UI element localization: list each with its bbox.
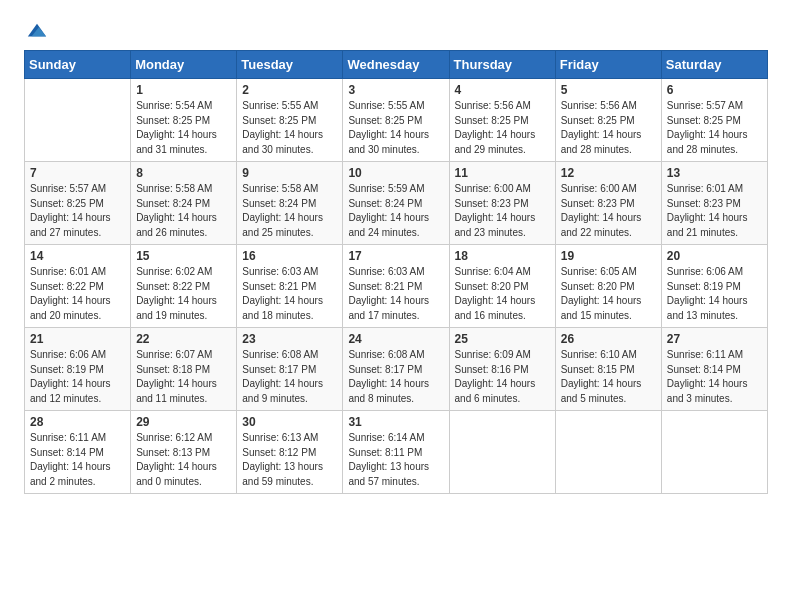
day-info: Sunrise: 5:57 AM Sunset: 8:25 PM Dayligh… <box>30 182 125 240</box>
daylight-text: Daylight: 14 hours and 21 minutes. <box>667 212 748 238</box>
sunrise-text: Sunrise: 6:01 AM <box>667 183 743 194</box>
sunrise-text: Sunrise: 6:04 AM <box>455 266 531 277</box>
calendar-cell: 31 Sunrise: 6:14 AM Sunset: 8:11 PM Dayl… <box>343 411 449 494</box>
sunset-text: Sunset: 8:25 PM <box>30 198 104 209</box>
day-info: Sunrise: 5:55 AM Sunset: 8:25 PM Dayligh… <box>242 99 337 157</box>
day-number: 1 <box>136 83 231 97</box>
day-number: 21 <box>30 332 125 346</box>
sunrise-text: Sunrise: 6:01 AM <box>30 266 106 277</box>
calendar-cell: 8 Sunrise: 5:58 AM Sunset: 8:24 PM Dayli… <box>131 162 237 245</box>
sunrise-text: Sunrise: 6:03 AM <box>348 266 424 277</box>
day-info: Sunrise: 5:58 AM Sunset: 8:24 PM Dayligh… <box>242 182 337 240</box>
day-number: 13 <box>667 166 762 180</box>
day-number: 17 <box>348 249 443 263</box>
daylight-text: Daylight: 13 hours and 59 minutes. <box>242 461 323 487</box>
calendar-cell: 3 Sunrise: 5:55 AM Sunset: 8:25 PM Dayli… <box>343 79 449 162</box>
calendar-cell: 17 Sunrise: 6:03 AM Sunset: 8:21 PM Dayl… <box>343 245 449 328</box>
calendar-cell: 11 Sunrise: 6:00 AM Sunset: 8:23 PM Dayl… <box>449 162 555 245</box>
calendar-table: SundayMondayTuesdayWednesdayThursdayFrid… <box>24 50 768 494</box>
calendar-cell: 23 Sunrise: 6:08 AM Sunset: 8:17 PM Dayl… <box>237 328 343 411</box>
day-info: Sunrise: 6:13 AM Sunset: 8:12 PM Dayligh… <box>242 431 337 489</box>
calendar-cell: 10 Sunrise: 5:59 AM Sunset: 8:24 PM Dayl… <box>343 162 449 245</box>
sunrise-text: Sunrise: 6:13 AM <box>242 432 318 443</box>
day-info: Sunrise: 6:01 AM Sunset: 8:22 PM Dayligh… <box>30 265 125 323</box>
day-number: 14 <box>30 249 125 263</box>
day-number: 20 <box>667 249 762 263</box>
sunrise-text: Sunrise: 6:05 AM <box>561 266 637 277</box>
day-info: Sunrise: 6:10 AM Sunset: 8:15 PM Dayligh… <box>561 348 656 406</box>
logo <box>24 20 48 42</box>
calendar-cell: 30 Sunrise: 6:13 AM Sunset: 8:12 PM Dayl… <box>237 411 343 494</box>
daylight-text: Daylight: 14 hours and 28 minutes. <box>667 129 748 155</box>
sunset-text: Sunset: 8:23 PM <box>455 198 529 209</box>
calendar-cell: 27 Sunrise: 6:11 AM Sunset: 8:14 PM Dayl… <box>661 328 767 411</box>
daylight-text: Daylight: 14 hours and 26 minutes. <box>136 212 217 238</box>
sunrise-text: Sunrise: 6:12 AM <box>136 432 212 443</box>
sunset-text: Sunset: 8:25 PM <box>561 115 635 126</box>
day-info: Sunrise: 6:08 AM Sunset: 8:17 PM Dayligh… <box>242 348 337 406</box>
weekday-header-saturday: Saturday <box>661 51 767 79</box>
daylight-text: Daylight: 14 hours and 31 minutes. <box>136 129 217 155</box>
daylight-text: Daylight: 14 hours and 30 minutes. <box>348 129 429 155</box>
calendar-cell <box>555 411 661 494</box>
day-number: 23 <box>242 332 337 346</box>
calendar-cell: 25 Sunrise: 6:09 AM Sunset: 8:16 PM Dayl… <box>449 328 555 411</box>
calendar-cell: 7 Sunrise: 5:57 AM Sunset: 8:25 PM Dayli… <box>25 162 131 245</box>
day-number: 25 <box>455 332 550 346</box>
calendar-cell: 29 Sunrise: 6:12 AM Sunset: 8:13 PM Dayl… <box>131 411 237 494</box>
day-info: Sunrise: 6:09 AM Sunset: 8:16 PM Dayligh… <box>455 348 550 406</box>
sunset-text: Sunset: 8:20 PM <box>455 281 529 292</box>
sunrise-text: Sunrise: 6:02 AM <box>136 266 212 277</box>
day-info: Sunrise: 5:54 AM Sunset: 8:25 PM Dayligh… <box>136 99 231 157</box>
day-number: 19 <box>561 249 656 263</box>
sunset-text: Sunset: 8:25 PM <box>242 115 316 126</box>
logo-icon <box>26 20 48 42</box>
sunset-text: Sunset: 8:22 PM <box>30 281 104 292</box>
calendar-cell: 13 Sunrise: 6:01 AM Sunset: 8:23 PM Dayl… <box>661 162 767 245</box>
day-info: Sunrise: 6:07 AM Sunset: 8:18 PM Dayligh… <box>136 348 231 406</box>
sunset-text: Sunset: 8:16 PM <box>455 364 529 375</box>
daylight-text: Daylight: 13 hours and 57 minutes. <box>348 461 429 487</box>
day-info: Sunrise: 6:12 AM Sunset: 8:13 PM Dayligh… <box>136 431 231 489</box>
day-info: Sunrise: 5:57 AM Sunset: 8:25 PM Dayligh… <box>667 99 762 157</box>
sunset-text: Sunset: 8:25 PM <box>667 115 741 126</box>
daylight-text: Daylight: 14 hours and 12 minutes. <box>30 378 111 404</box>
calendar-cell <box>661 411 767 494</box>
day-info: Sunrise: 6:11 AM Sunset: 8:14 PM Dayligh… <box>30 431 125 489</box>
day-info: Sunrise: 6:03 AM Sunset: 8:21 PM Dayligh… <box>348 265 443 323</box>
calendar-header-row: SundayMondayTuesdayWednesdayThursdayFrid… <box>25 51 768 79</box>
daylight-text: Daylight: 14 hours and 27 minutes. <box>30 212 111 238</box>
daylight-text: Daylight: 14 hours and 6 minutes. <box>455 378 536 404</box>
daylight-text: Daylight: 14 hours and 29 minutes. <box>455 129 536 155</box>
daylight-text: Daylight: 14 hours and 15 minutes. <box>561 295 642 321</box>
day-info: Sunrise: 5:58 AM Sunset: 8:24 PM Dayligh… <box>136 182 231 240</box>
day-info: Sunrise: 6:03 AM Sunset: 8:21 PM Dayligh… <box>242 265 337 323</box>
day-info: Sunrise: 5:59 AM Sunset: 8:24 PM Dayligh… <box>348 182 443 240</box>
weekday-header-friday: Friday <box>555 51 661 79</box>
day-number: 15 <box>136 249 231 263</box>
daylight-text: Daylight: 14 hours and 11 minutes. <box>136 378 217 404</box>
day-number: 2 <box>242 83 337 97</box>
sunset-text: Sunset: 8:23 PM <box>667 198 741 209</box>
sunset-text: Sunset: 8:13 PM <box>136 447 210 458</box>
sunset-text: Sunset: 8:25 PM <box>348 115 422 126</box>
day-number: 7 <box>30 166 125 180</box>
sunrise-text: Sunrise: 6:00 AM <box>455 183 531 194</box>
sunrise-text: Sunrise: 5:57 AM <box>30 183 106 194</box>
day-number: 10 <box>348 166 443 180</box>
day-info: Sunrise: 6:11 AM Sunset: 8:14 PM Dayligh… <box>667 348 762 406</box>
sunset-text: Sunset: 8:12 PM <box>242 447 316 458</box>
sunset-text: Sunset: 8:18 PM <box>136 364 210 375</box>
day-info: Sunrise: 5:56 AM Sunset: 8:25 PM Dayligh… <box>455 99 550 157</box>
day-info: Sunrise: 6:14 AM Sunset: 8:11 PM Dayligh… <box>348 431 443 489</box>
sunset-text: Sunset: 8:17 PM <box>242 364 316 375</box>
sunrise-text: Sunrise: 5:56 AM <box>455 100 531 111</box>
daylight-text: Daylight: 14 hours and 30 minutes. <box>242 129 323 155</box>
sunset-text: Sunset: 8:24 PM <box>136 198 210 209</box>
day-number: 11 <box>455 166 550 180</box>
weekday-header-tuesday: Tuesday <box>237 51 343 79</box>
day-number: 28 <box>30 415 125 429</box>
sunset-text: Sunset: 8:21 PM <box>348 281 422 292</box>
daylight-text: Daylight: 14 hours and 20 minutes. <box>30 295 111 321</box>
day-info: Sunrise: 6:00 AM Sunset: 8:23 PM Dayligh… <box>561 182 656 240</box>
